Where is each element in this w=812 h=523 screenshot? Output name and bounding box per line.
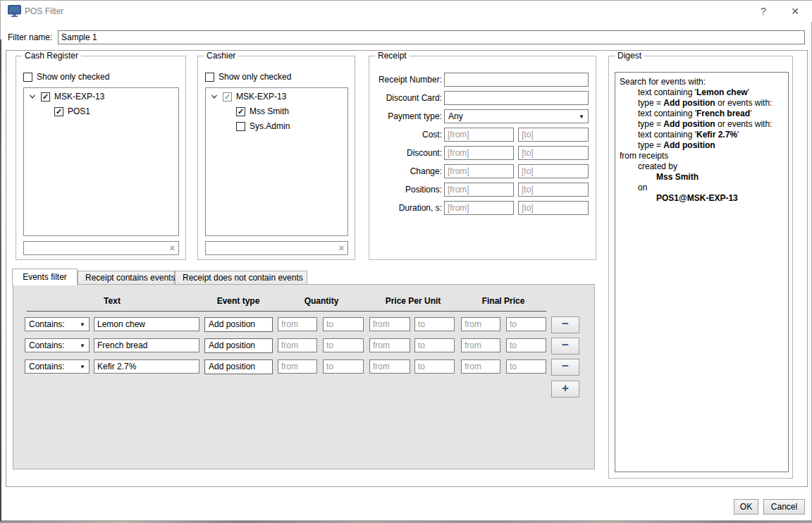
discount-to-input[interactable] [518,146,589,160]
checkbox-partial[interactable]: ✓ [223,92,232,101]
digest-line: POS1@MSK-EXP-13 [620,193,784,204]
remove-row-button[interactable]: − [551,359,579,376]
filter-name-input[interactable] [58,30,805,44]
digest-line: type = Add position or events with: [620,119,784,130]
chevron-down-icon[interactable] [210,92,219,101]
event-type-box[interactable]: Add position [204,317,273,332]
remove-row-button[interactable]: − [551,316,579,333]
cash-register-tree[interactable]: ✓ MSK-EXP-13 ✓ POS1 [23,87,179,236]
digest-line: Mss Smith [620,172,784,183]
cashier-group-title: Cashier [204,51,238,61]
chevron-down-icon[interactable] [28,92,37,101]
cashier-show-only-checked[interactable]: Show only checked [205,72,291,82]
pos-filter-dialog: POS Filter ? ✕ Filter name: Cash Registe… [0,0,812,521]
cash-register-search[interactable]: ✕ [23,241,179,255]
change-from-input[interactable] [444,164,514,178]
digest-line: Search for events with: [620,77,784,87]
duration-label: Duration, s: [369,201,442,215]
discount-card-input[interactable] [444,91,589,105]
quantity-to-input[interactable] [323,317,364,331]
tab-receipt-does-not-contain-events[interactable]: Receipt does not contain events [175,271,307,285]
change-to-input[interactable] [518,164,589,178]
price-per-unit-from-input[interactable] [369,317,410,331]
quantity-from-input[interactable] [278,317,317,331]
final-price-to-input[interactable] [506,338,546,352]
match-type-select[interactable]: Contains: ▼ [25,359,90,374]
tab-receipt-contains-events[interactable]: Receipt contains events [78,271,175,285]
checkbox-checked[interactable]: ✓ [41,92,50,101]
cost-to-input[interactable] [518,128,589,142]
tree-node-msk-exp-13[interactable]: ✓ MSK-EXP-13 [206,90,347,103]
price-per-unit-to-input[interactable] [414,317,455,331]
checkbox-unchecked[interactable] [23,73,32,82]
quantity-to-input[interactable] [323,359,364,374]
cashier-search-input[interactable] [206,242,339,254]
clear-icon[interactable]: ✕ [338,244,345,253]
window-title: POS Filter [25,6,63,16]
digest-line: type = Add position or events with: [620,98,784,109]
event-text-input[interactable] [94,338,199,352]
cost-from-input[interactable] [444,128,514,142]
tree-node-label: Mss Smith [250,106,289,116]
tree-node-msk-exp-13[interactable]: ✓ MSK-EXP-13 [24,90,178,103]
add-row-button[interactable]: + [551,381,579,398]
discount-from-input[interactable] [444,146,514,160]
checkbox-checked[interactable]: ✓ [236,107,245,116]
checkbox-checked[interactable]: ✓ [54,107,63,116]
price-per-unit-to-input[interactable] [414,338,455,352]
title-bar[interactable]: POS Filter ? ✕ [1,1,812,22]
price-per-unit-from-input[interactable] [369,338,410,352]
cancel-button[interactable]: Cancel [763,499,805,515]
event-text-input[interactable] [94,359,199,374]
cash-register-show-only-checked[interactable]: Show only checked [23,72,109,82]
final-price-from-input[interactable] [461,359,500,374]
ok-button[interactable]: OK [734,499,758,515]
events-filter-pane: Text Event type Quantity Price Per Unit … [13,284,595,469]
event-type-box[interactable]: Add position [204,359,273,374]
cash-register-search-input[interactable] [24,242,170,254]
duration-to-input[interactable] [518,201,589,215]
positions-to-input[interactable] [518,183,589,197]
help-button[interactable]: ? [756,4,770,18]
tree-node-sys-admin[interactable]: Sys.Admin [206,120,347,133]
chevron-down-icon: ▼ [579,113,584,120]
col-header-price-per-unit: Price Per Unit [386,296,441,306]
tree-node-pos1[interactable]: ✓ POS1 [24,105,178,118]
receipt-number-label: Receipt Number: [369,73,442,87]
clear-icon[interactable]: ✕ [169,244,176,253]
quantity-to-input[interactable] [323,338,364,352]
checkbox-unchecked[interactable] [236,122,245,131]
cashier-tree[interactable]: ✓ MSK-EXP-13 ✓ Mss Smith Sys.Admin [205,87,348,236]
final-price-from-input[interactable] [461,338,500,352]
positions-from-input[interactable] [444,183,514,197]
digest-line: type = Add position [620,140,784,151]
match-type-select[interactable]: Contains: ▼ [25,317,90,331]
receipt-group-title: Receipt [375,51,410,61]
price-per-unit-to-input[interactable] [414,359,455,374]
match-type-select[interactable]: Contains: ▼ [25,338,90,352]
tab-events-filter[interactable]: Events filter [12,269,78,285]
filter-name-label: Filter name: [8,32,52,42]
final-price-to-input[interactable] [506,359,546,374]
event-text-input[interactable] [94,317,199,331]
quantity-from-input[interactable] [278,359,317,374]
receipt-group: Receipt Receipt Number: Discount Card: P… [369,56,596,260]
header-separator [27,311,546,312]
remove-row-button[interactable]: − [551,338,579,355]
quantity-from-input[interactable] [278,338,317,352]
final-price-to-input[interactable] [506,317,546,331]
close-icon[interactable]: ✕ [788,4,802,18]
col-header-final-price: Final Price [482,296,525,306]
receipt-number-input[interactable] [444,73,589,87]
payment-type-select[interactable]: Any ▼ [444,109,589,123]
show-only-checked-label: Show only checked [219,72,291,82]
duration-from-input[interactable] [444,201,514,215]
final-price-from-input[interactable] [461,317,500,331]
event-type-box[interactable]: Add position [204,338,273,353]
checkbox-unchecked[interactable] [205,73,214,82]
tree-node-mss-smith[interactable]: ✓ Mss Smith [206,105,347,118]
cashier-search[interactable]: ✕ [205,241,348,255]
chevron-down-icon: ▼ [80,321,85,328]
digest-text: Search for events with: text containing … [615,72,789,472]
price-per-unit-from-input[interactable] [369,359,410,374]
